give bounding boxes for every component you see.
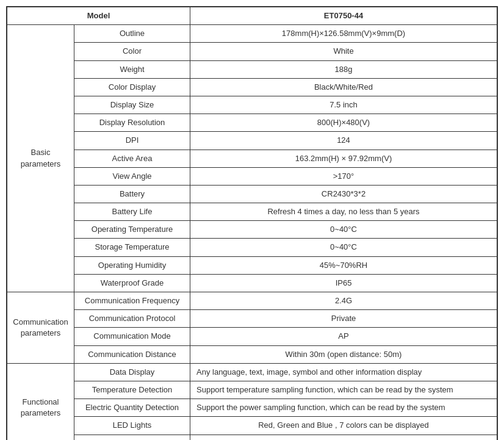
table-row: Communication ProtocolPrivate	[7, 310, 497, 328]
param-value-cell: 45%~70%RH	[190, 256, 497, 274]
table-row: Operating Temperature0~40°C	[7, 221, 497, 239]
param-name-cell: View Angle	[74, 167, 190, 185]
table-row: Weight188g	[7, 60, 497, 78]
table-row: Cache Page8 pages	[7, 435, 497, 440]
header-model-value: ET0750-44	[190, 7, 497, 25]
param-value-cell: Private	[190, 310, 497, 328]
param-name-cell: Weight	[74, 60, 190, 78]
param-name-cell: Temperature Detection	[74, 381, 190, 399]
param-name-cell: Color Display	[74, 78, 190, 96]
param-value-cell: White	[190, 43, 497, 60]
param-name-cell: Communication Distance	[74, 345, 190, 363]
table-row: Active Area163.2mm(H) × 97.92mm(V)	[7, 150, 497, 167]
param-value-cell: Support temperature sampling function, w…	[190, 381, 497, 399]
param-value-cell: 2.4G	[190, 292, 497, 310]
table-row: ColorWhite	[7, 43, 497, 60]
param-name-cell: Communication Frequency	[74, 292, 190, 310]
category-cell: Basicparameters	[7, 25, 74, 292]
param-name-cell: Data Display	[74, 363, 190, 381]
table-row: Display Size7.5 inch	[7, 96, 497, 114]
param-name-cell: Electric Quantity Detection	[74, 399, 190, 417]
table-row: Color DisplayBlack/White/Red	[7, 78, 497, 96]
param-value-cell: 0~40°C	[190, 239, 497, 256]
param-name-cell: Waterproof Grade	[74, 274, 190, 292]
param-value-cell: AP	[190, 328, 497, 345]
param-name-cell: Color	[74, 43, 190, 60]
param-name-cell: Storage Temperature	[74, 239, 190, 256]
param-value-cell: 178mm(H)×126.58mm(V)×9mm(D)	[190, 25, 497, 43]
param-value-cell: CR2430*3*2	[190, 185, 497, 203]
table-row: DPI124	[7, 132, 497, 150]
spec-table: Model ET0750-44 BasicparametersOutline17…	[7, 7, 497, 440]
table-row: Communication DistanceWithin 30m (open d…	[7, 345, 497, 363]
param-name-cell: Display Size	[74, 96, 190, 114]
param-value-cell: Within 30m (open distance: 50m)	[190, 345, 497, 363]
param-value-cell: Support the power sampling function, whi…	[190, 399, 497, 417]
table-row: Display Resolution800(H)×480(V)	[7, 114, 497, 132]
table-row: FunctionalparametersData DisplayAny lang…	[7, 363, 497, 381]
table-row: Waterproof GradeIP65	[7, 274, 497, 292]
table-row: Battery LifeRefresh 4 times a day, no le…	[7, 203, 497, 221]
param-value-cell: 163.2mm(H) × 97.92mm(V)	[190, 150, 497, 167]
param-name-cell: LED Lights	[74, 417, 190, 435]
param-name-cell: Outline	[74, 25, 190, 43]
param-name-cell: Operating Humidity	[74, 256, 190, 274]
param-name-cell: Battery Life	[74, 203, 190, 221]
param-value-cell: Black/White/Red	[190, 78, 497, 96]
param-name-cell: DPI	[74, 132, 190, 150]
param-name-cell: Active Area	[74, 150, 190, 167]
param-name-cell: Communication Mode	[74, 328, 190, 345]
param-value-cell: Any language, text, image, symbol and ot…	[190, 363, 497, 381]
param-name-cell: Cache Page	[74, 435, 190, 440]
table-header-row: Model ET0750-44	[7, 7, 497, 25]
param-name-cell: Display Resolution	[74, 114, 190, 132]
table-row: Storage Temperature0~40°C	[7, 239, 497, 256]
param-value-cell: 0~40°C	[190, 221, 497, 239]
table-row: CommunicationparametersCommunication Fre…	[7, 292, 497, 310]
param-value-cell: IP65	[190, 274, 497, 292]
param-name-cell: Communication Protocol	[74, 310, 190, 328]
table-row: BasicparametersOutline178mm(H)×126.58mm(…	[7, 25, 497, 43]
category-cell: Communicationparameters	[7, 292, 74, 364]
param-name-cell: Battery	[74, 185, 190, 203]
param-value-cell: Red, Green and Blue , 7 colors can be di…	[190, 417, 497, 435]
param-value-cell: 124	[190, 132, 497, 150]
param-value-cell: 800(H)×480(V)	[190, 114, 497, 132]
table-row: Communication ModeAP	[7, 328, 497, 345]
param-value-cell: Refresh 4 times a day, no less than 5 ye…	[190, 203, 497, 221]
table-row: View Angle>170°	[7, 167, 497, 185]
table-row: Operating Humidity45%~70%RH	[7, 256, 497, 274]
param-value-cell: 7.5 inch	[190, 96, 497, 114]
spec-table-wrapper: Model ET0750-44 BasicparametersOutline17…	[6, 6, 498, 440]
param-value-cell: 8 pages	[190, 435, 497, 440]
table-row: BatteryCR2430*3*2	[7, 185, 497, 203]
param-name-cell: Operating Temperature	[74, 221, 190, 239]
category-cell: Functionalparameters	[7, 363, 74, 440]
table-row: Temperature DetectionSupport temperature…	[7, 381, 497, 399]
header-model-label: Model	[7, 7, 190, 25]
table-row: Electric Quantity DetectionSupport the p…	[7, 399, 497, 417]
param-value-cell: >170°	[190, 167, 497, 185]
table-row: LED LightsRed, Green and Blue , 7 colors…	[7, 417, 497, 435]
param-value-cell: 188g	[190, 60, 497, 78]
